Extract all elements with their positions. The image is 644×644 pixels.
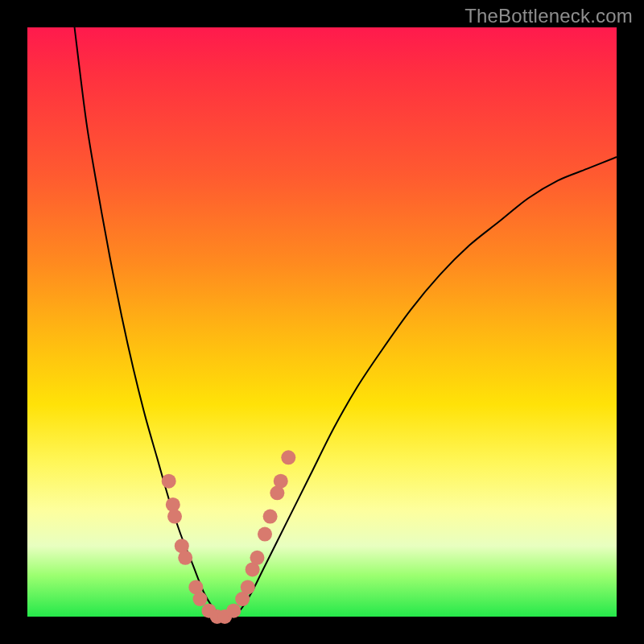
curve-marker — [192, 592, 207, 606]
curve-marker — [258, 527, 272, 542]
outer-frame: TheBottleneck.com — [0, 0, 644, 644]
curve-marker — [162, 474, 176, 489]
curve-marker — [178, 551, 192, 565]
curve-marker — [241, 580, 255, 594]
watermark-text: TheBottleneck.com — [464, 5, 633, 27]
curve-layer — [27, 27, 617, 617]
bottleneck-curve — [75, 27, 617, 617]
curve-marker — [281, 450, 295, 464]
curve-marker — [263, 510, 278, 524]
curve-marker — [226, 604, 241, 618]
curve-marker — [167, 510, 182, 524]
curve-marker — [274, 474, 288, 489]
curve-marker — [250, 551, 264, 565]
